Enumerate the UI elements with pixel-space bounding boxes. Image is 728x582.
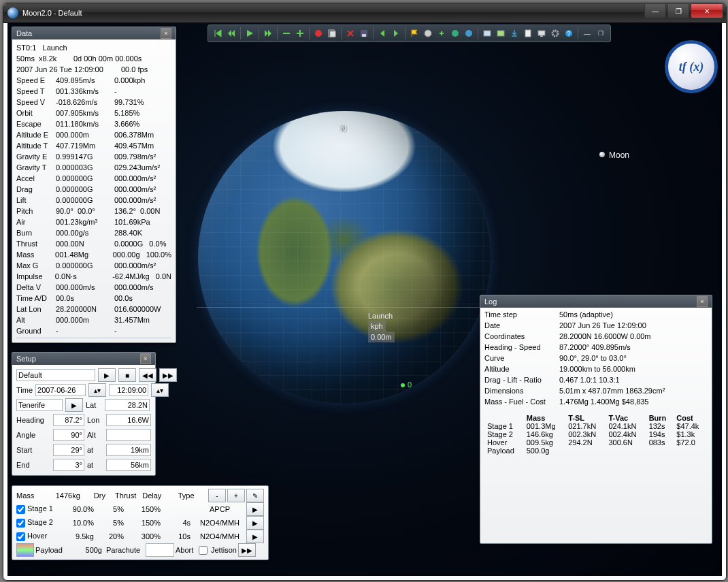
close-icon[interactable]: × xyxy=(140,353,151,364)
log-row: Altitude19.000km to 56.000km xyxy=(484,365,708,376)
stages-panel[interactable]: Mass 1476kg Dry Thrust Delay Type - + ✎ … xyxy=(12,485,269,560)
minimize-button[interactable]: — xyxy=(644,4,666,18)
data-row: Lat Lon28.200000N016.600000W xyxy=(16,304,171,314)
svg-point-16 xyxy=(552,31,558,36)
stage-row: Stage 190.0%5%150%APCP▶ xyxy=(16,502,264,516)
data-row: Speed T001.336km/s- xyxy=(16,86,171,97)
close-icon[interactable]: × xyxy=(161,28,171,39)
log-row: Heading - Speed87.2000° 409.895m/s xyxy=(484,343,708,354)
titlebar[interactable]: Moon2.0 - Default — ❐ ✕ xyxy=(3,3,726,23)
profile-input[interactable] xyxy=(16,369,95,381)
logo: tf (x) xyxy=(665,40,718,93)
log-row: Curve90.0°, 29.0° to 03.0° xyxy=(484,354,708,365)
data-panel[interactable]: Data× ST0:1 Launch 50ms x8.2k0d 00h 00m … xyxy=(12,27,176,343)
data-row: Time A/D00.0s00.0s xyxy=(16,293,171,304)
data-row: Lift0.000000G000.000m/s² xyxy=(16,195,171,206)
target-icon[interactable] xyxy=(435,27,448,39)
log-row: Date2007 Jun 26 Tue 12:09:00 xyxy=(484,321,708,332)
log-panel[interactable]: Log× Time step50ms (adaptive)Date2007 Ju… xyxy=(480,295,712,544)
image-icon[interactable] xyxy=(495,27,507,39)
stage-expand-button[interactable]: ▶ xyxy=(246,530,264,543)
date-spin[interactable]: ▴▾ xyxy=(88,383,106,397)
edit-button[interactable]: ✎ xyxy=(246,489,264,502)
alt-input[interactable] xyxy=(106,429,151,441)
run-button[interactable]: ▶▶ xyxy=(238,543,256,557)
start-input[interactable] xyxy=(53,444,84,456)
lon-input[interactable] xyxy=(106,414,151,426)
parachute-input[interactable] xyxy=(146,543,174,557)
delete-icon[interactable] xyxy=(344,27,357,39)
moon-label: Moon xyxy=(609,150,629,160)
time-input[interactable] xyxy=(109,384,148,396)
panel-title: Setup xyxy=(16,355,36,363)
fs-min-icon[interactable]: — xyxy=(581,27,593,39)
rewind-icon[interactable] xyxy=(225,27,237,39)
time-spin[interactable]: ▴▾ xyxy=(151,383,169,397)
moon-icon[interactable] xyxy=(599,152,605,157)
panel-title: Log xyxy=(484,297,497,306)
log-row: Mass - Fuel - Cost1.476Mg 1.400Mg $48,83… xyxy=(484,398,708,408)
chart-button[interactable] xyxy=(16,543,34,557)
data-row: Impulse0.0N·s-62.4MJ/kg 0.0N xyxy=(16,271,171,282)
data-row: Gravity E0.999147G009.798m/s² xyxy=(16,151,171,162)
monitor-icon[interactable] xyxy=(535,27,548,39)
svg-rect-15 xyxy=(540,35,543,37)
next-icon[interactable] xyxy=(390,27,402,39)
minus-button[interactable]: - xyxy=(208,489,226,502)
copy-icon[interactable] xyxy=(326,27,338,39)
earth-globe[interactable] xyxy=(198,111,491,404)
minus-icon[interactable] xyxy=(280,27,293,39)
data-row: Pitch90.0° 00.0°136.2° 0.00N xyxy=(16,206,171,216)
globe2-icon[interactable] xyxy=(449,27,461,39)
close-icon[interactable]: × xyxy=(697,296,708,307)
angle-input[interactable] xyxy=(53,429,84,441)
window-icon[interactable] xyxy=(481,27,493,39)
fast-forward-icon[interactable] xyxy=(262,27,274,39)
stage-expand-button[interactable]: ▶ xyxy=(246,516,264,530)
jettison-checkbox[interactable] xyxy=(199,546,208,555)
save-icon[interactable] xyxy=(358,27,370,39)
download-icon[interactable] xyxy=(508,27,520,39)
svg-point-10 xyxy=(465,30,472,37)
play-button[interactable]: ▶ xyxy=(98,368,116,382)
flag-icon[interactable] xyxy=(408,27,420,39)
help-icon[interactable]: ? xyxy=(563,27,575,39)
data-row: Altitude E000.000m006.378Mm xyxy=(16,129,171,140)
svg-rect-13 xyxy=(525,30,531,37)
data-row: Orbit007.905km/s5.185% xyxy=(16,108,171,118)
next-button[interactable]: ▶▶ xyxy=(159,368,177,382)
lat-input[interactable] xyxy=(105,399,150,411)
gear-icon[interactable] xyxy=(549,27,561,39)
globe3-icon[interactable] xyxy=(463,27,475,39)
prev-button[interactable]: ◀◀ xyxy=(139,368,156,382)
close-button[interactable]: ✕ xyxy=(691,4,723,18)
globe1-icon[interactable] xyxy=(422,27,434,39)
stage-checkbox[interactable] xyxy=(16,505,25,514)
table-row: Stage 2146.6kg002.3kN002.4kN194s$1.3k xyxy=(484,430,708,438)
play-icon[interactable] xyxy=(244,27,256,39)
site-play-button[interactable]: ▶ xyxy=(65,398,83,412)
plus-button[interactable]: + xyxy=(227,489,245,502)
record-icon[interactable] xyxy=(312,27,325,39)
app-icon xyxy=(7,7,18,18)
date-input[interactable] xyxy=(35,384,86,396)
fs-max-icon[interactable]: ❐ xyxy=(595,27,607,39)
skip-start-icon[interactable] xyxy=(212,27,224,39)
stage-checkbox[interactable] xyxy=(16,519,25,528)
viewport[interactable]: ? — ❐ tf (x) N 0 Moon Launch kph 0.00m D… xyxy=(7,22,722,576)
start-alt-input[interactable] xyxy=(106,444,151,456)
stage-checkbox[interactable] xyxy=(16,532,25,541)
prev-icon[interactable] xyxy=(376,27,388,39)
end-alt-input[interactable] xyxy=(106,459,151,471)
site-input[interactable] xyxy=(16,399,63,411)
heading-input[interactable] xyxy=(53,414,84,426)
data-row: Alt000.000m31.457Mm xyxy=(16,314,171,325)
setup-panel[interactable]: Setup× ▶ ■ ◀◀ ▶▶ Time ▴▾ ▴▾ xyxy=(12,352,156,476)
stage-expand-button[interactable]: ▶ xyxy=(246,502,264,516)
doc-icon[interactable] xyxy=(522,27,534,39)
plus-icon[interactable] xyxy=(294,27,306,39)
maximize-button[interactable]: ❐ xyxy=(667,4,689,18)
stop-button[interactable]: ■ xyxy=(118,368,136,382)
launch-marker[interactable]: Launch kph 0.00m xyxy=(368,311,395,342)
end-input[interactable] xyxy=(53,459,84,471)
